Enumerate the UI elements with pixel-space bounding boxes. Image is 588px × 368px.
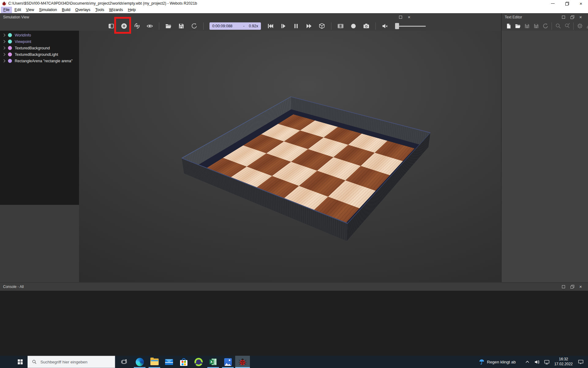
menu-edit[interactable]: Edit (12, 7, 24, 13)
text-editor-panel: Text Editor × (502, 13, 588, 282)
simview-maximize-button[interactable] (398, 14, 404, 20)
eye-icon[interactable] (145, 22, 154, 30)
task-view-button[interactable] (117, 356, 131, 368)
revert-file-icon[interactable] (542, 22, 549, 30)
node-dot-icon (8, 46, 12, 50)
console-maximize-button[interactable] (560, 284, 567, 289)
simview-close-button[interactable]: × (406, 14, 412, 20)
find-replace-icon[interactable] (564, 22, 571, 30)
rectangle-arena-3d (184, 109, 428, 241)
console-restore-button[interactable] (569, 284, 575, 289)
tree-item-rectanglearena[interactable]: RectangleArena "rectangle arena" (0, 58, 79, 64)
simulation-view-title: Simulation View (3, 15, 29, 19)
save-file-icon[interactable] (524, 22, 530, 30)
console-title: Console - All (3, 285, 24, 289)
simulation-time: 0:00:09:088 (212, 24, 232, 28)
taskbar-app-anyconnect[interactable] (191, 356, 206, 368)
step-icon[interactable] (279, 22, 288, 30)
volume-slider[interactable] (395, 22, 426, 30)
menu-help[interactable]: Help (125, 7, 138, 13)
menu-overlays[interactable]: Overlays (73, 7, 93, 13)
chevron-right-icon[interactable] (2, 47, 6, 50)
tree-item-label: WorldInfo (15, 33, 31, 37)
volume-handle[interactable] (395, 23, 399, 29)
weather-widget[interactable]: Regen klingt ab (479, 359, 516, 365)
tray-clock[interactable]: 16:32 17.02.2022 (554, 357, 573, 366)
toolbar-separator (375, 22, 376, 30)
taskbar-app-store[interactable] (176, 356, 191, 368)
texteditor-maximize-button[interactable] (560, 14, 567, 20)
search-input[interactable] (40, 360, 108, 364)
start-button[interactable] (13, 356, 28, 368)
close-button[interactable]: × (574, 0, 588, 7)
simulation-toolbar: 0:00:09:088 - 0.92x (0, 21, 501, 31)
taskbar-app-excel[interactable]: X (206, 356, 221, 368)
text-editor-body[interactable] (502, 31, 588, 282)
open-file-icon[interactable] (514, 22, 521, 30)
taskbar-apps: X (132, 356, 250, 368)
file-explorer-icon (150, 358, 159, 365)
texteditor-close-button[interactable]: × (578, 14, 584, 20)
text-editor-title: Text Editor (505, 15, 522, 19)
taskbar-app-webots[interactable] (235, 356, 250, 368)
umbrella-rain-icon (479, 359, 484, 365)
volume-track (395, 26, 426, 27)
tree-item-worldinfo[interactable]: WorldInfo (0, 32, 79, 38)
chevron-right-icon[interactable] (2, 53, 6, 56)
system-tray: Regen klingt ab 16:32 17.02.2022 (479, 356, 588, 368)
tree-item-texturedbackground[interactable]: TexturedBackground (0, 45, 79, 51)
tree-item-viewpoint[interactable]: Viewpoint (0, 38, 79, 45)
menu-file[interactable]: File (1, 7, 12, 13)
new-file-icon[interactable] (505, 22, 512, 30)
edge-icon (136, 358, 144, 366)
taskbar-app-mail[interactable] (162, 356, 176, 368)
menu-build[interactable]: Build (59, 7, 73, 13)
chevron-right-icon[interactable] (2, 40, 6, 43)
viewport-3d[interactable] (79, 31, 501, 282)
open-world-icon[interactable] (164, 22, 173, 30)
tree-item-texturedbackgroundlight[interactable]: TexturedBackgroundLight (0, 51, 79, 58)
windows-taskbar: X (0, 356, 588, 368)
minimize-button[interactable] (546, 0, 560, 7)
taskbar-search[interactable] (28, 356, 115, 368)
menu-tools[interactable]: Tools (93, 7, 107, 13)
taskbar-app-file-explorer[interactable] (147, 356, 162, 368)
menu-view[interactable]: View (24, 7, 37, 13)
console-body[interactable] (0, 291, 588, 356)
mute-sound-icon[interactable] (380, 22, 390, 30)
movie-recording-icon[interactable] (336, 22, 345, 30)
tray-chevron-up-icon[interactable] (523, 356, 531, 368)
record-icon[interactable] (349, 22, 358, 30)
window-title: C:\Users\$SDVI00-M47CA9PDI34D\Documents\… (8, 1, 197, 6)
taskbar-app-photos[interactable] (221, 356, 235, 368)
tree-item-label: Viewpoint (15, 40, 31, 44)
taskbar-app-edge[interactable] (132, 356, 147, 368)
node-dot-icon (8, 40, 12, 44)
highlight-box (114, 17, 131, 34)
fast-forward-icon[interactable] (304, 22, 314, 30)
photos-icon (224, 358, 232, 366)
rendering-cube-icon[interactable] (317, 22, 326, 30)
save-as-icon[interactable] (533, 22, 540, 30)
reload-world-icon[interactable] (190, 22, 199, 30)
reset-simulation-icon[interactable] (266, 22, 275, 30)
preferences-gear-icon[interactable] (576, 22, 583, 30)
tray-speaker-icon[interactable] (533, 356, 541, 368)
menu-wizards[interactable]: Wizards (107, 7, 125, 13)
toolbar-separator (552, 22, 552, 30)
save-world-icon[interactable] (177, 22, 186, 30)
restore-viewpoint-icon[interactable] (132, 22, 141, 30)
tray-network-icon[interactable] (543, 356, 551, 368)
action-center-icon[interactable] (577, 356, 585, 368)
console-close-button[interactable]: × (578, 284, 584, 289)
texteditor-restore-button[interactable] (569, 14, 575, 20)
restore-button[interactable] (560, 0, 574, 7)
chevron-right-icon[interactable] (2, 59, 6, 63)
screenshot-icon[interactable] (362, 22, 371, 30)
pause-icon[interactable] (292, 22, 301, 30)
highlight-pen-icon[interactable] (586, 22, 588, 30)
toolbar-separator (331, 22, 331, 30)
find-icon[interactable] (555, 22, 561, 30)
chevron-right-icon[interactable] (2, 34, 6, 37)
menu-simulation[interactable]: Simulation (37, 7, 59, 13)
